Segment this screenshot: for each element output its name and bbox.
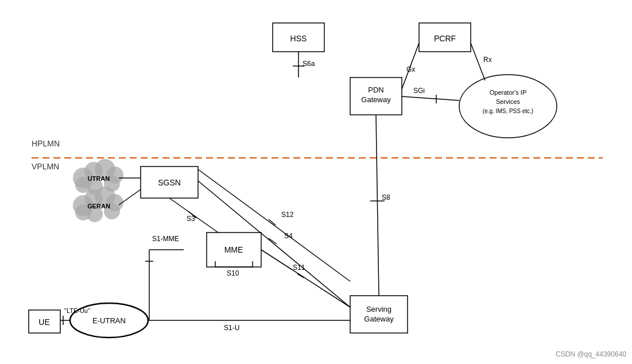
serving-gateway-label: Serving xyxy=(366,305,391,313)
lte-uu-label: "LTE-Uu" xyxy=(64,307,90,314)
pdn-gateway-label: PDN xyxy=(368,86,383,94)
watermark: CSDN @qq_44390640 xyxy=(556,350,626,358)
sgsn-label: SGSN xyxy=(158,178,181,187)
serving-gateway-label2: Gateway xyxy=(364,315,394,323)
mme-label: MME xyxy=(224,245,243,254)
sgi-label: SGi xyxy=(413,87,425,95)
s1u-label: S1-U xyxy=(224,324,239,332)
s12-label: S12 xyxy=(281,211,294,219)
operators-ip-label2: Services xyxy=(496,98,521,105)
vplmn-label: VPLMN xyxy=(32,162,59,171)
gx-label: Gx xyxy=(406,65,415,73)
rx-label: Rx xyxy=(483,56,492,64)
s10-label: S10 xyxy=(227,269,239,277)
ue-label: UE xyxy=(38,317,49,327)
s8-label: S8 xyxy=(382,193,390,202)
hplmn-label: HPLMN xyxy=(32,139,60,148)
s1mme-label: S1-MME xyxy=(152,235,179,243)
svg-text:UTRAN: UTRAN xyxy=(88,175,110,182)
s6a-label: S6a xyxy=(303,60,315,68)
hss-label: HSS xyxy=(290,34,307,43)
s3-label: S3 xyxy=(187,215,195,223)
pcrf-label: PCRF xyxy=(434,34,456,43)
operators-ip-label3: (e.g. IMS, PSS etc.) xyxy=(483,108,533,114)
pdn-gateway-label2: Gateway xyxy=(361,95,391,104)
architecture-diagram: HPLMN VPLMN HSS PCRF PDN Gateway Operato… xyxy=(0,0,632,364)
s11-label: S11 xyxy=(293,264,305,272)
eutran-label: E-UTRAN xyxy=(92,316,126,325)
operators-ip-label: Operator's IP xyxy=(490,89,526,96)
svg-text:GERAN: GERAN xyxy=(87,203,110,210)
svg-point-5 xyxy=(459,75,557,138)
